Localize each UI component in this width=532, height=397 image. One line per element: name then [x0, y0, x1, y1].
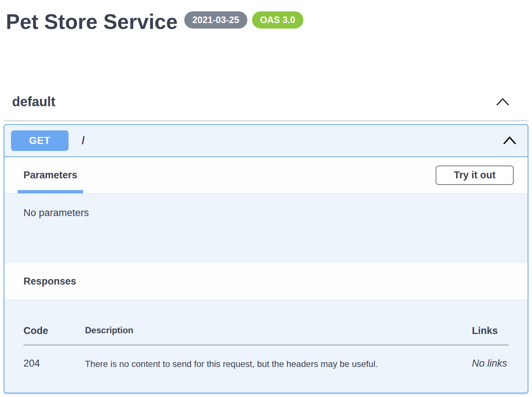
tab-parameters[interactable]: Parameters: [18, 157, 83, 193]
chevron-up-icon[interactable]: [495, 97, 510, 107]
responses-table-header: Code Description Links: [23, 300, 509, 345]
version-badge: 2021-03-25: [184, 11, 247, 29]
badge-group: 2021-03-25 OAS 3.0: [184, 11, 303, 29]
http-method-badge: GET: [11, 130, 69, 151]
responses-title: Responses: [23, 276, 76, 287]
response-links: No links: [472, 358, 509, 369]
tag-name: default: [12, 94, 55, 110]
table-row: 204 There is no content to send for this…: [23, 345, 509, 369]
operation-block-get: GET / Parameters Try it out No parameter…: [4, 124, 528, 393]
response-description: There is no content to send for this req…: [85, 358, 472, 369]
responses-section-header: Responses: [4, 263, 528, 300]
chevron-up-icon[interactable]: [503, 136, 517, 145]
operation-summary[interactable]: GET /: [4, 125, 528, 157]
parameters-tab-header: Parameters Try it out: [4, 157, 528, 193]
oas-version-badge: OAS 3.0: [252, 11, 303, 29]
api-info-header: Pet Store Service 2021-03-25 OAS 3.0: [0, 0, 532, 35]
page-title: Pet Store Service: [6, 8, 178, 35]
no-parameters-text: No parameters: [23, 207, 528, 219]
parameters-tab-label: Parameters: [23, 170, 77, 181]
column-header-description: Description: [85, 325, 472, 337]
active-tab-indicator: [18, 190, 83, 193]
column-header-links: Links: [472, 325, 509, 337]
parameters-body: No parameters: [4, 193, 528, 263]
response-code: 204: [23, 358, 85, 369]
operation-path: /: [82, 135, 85, 147]
column-header-code: Code: [23, 325, 85, 337]
tag-section-header[interactable]: default: [4, 93, 528, 121]
responses-body: Code Description Links 204 There is no c…: [4, 300, 528, 393]
try-it-out-button[interactable]: Try it out: [436, 166, 514, 185]
